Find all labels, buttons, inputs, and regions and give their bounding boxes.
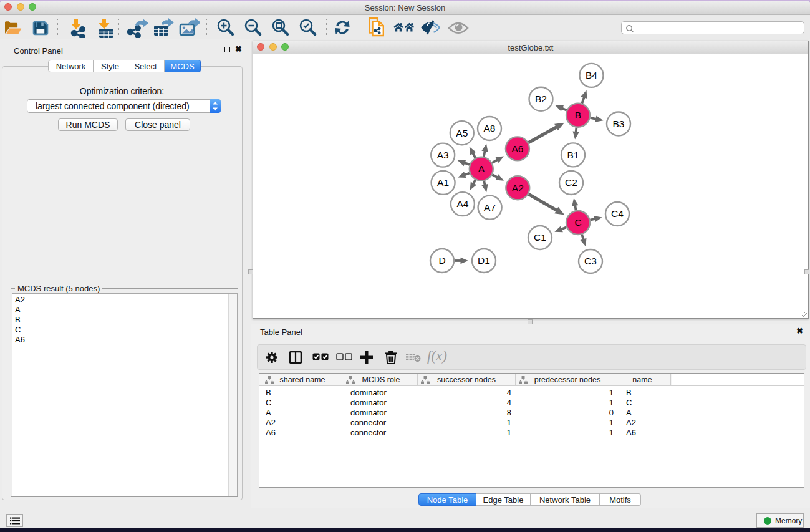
svg-text:D: D [438, 255, 445, 266]
svg-text:C3: C3 [584, 256, 597, 266]
svg-text:B3: B3 [613, 118, 625, 129]
svg-text:C4: C4 [611, 208, 624, 219]
svg-text:A: A [478, 163, 485, 174]
svg-text:C: C [574, 217, 581, 228]
svg-text:C2: C2 [565, 177, 577, 188]
svg-text:A8: A8 [484, 123, 496, 133]
svg-text:A2: A2 [512, 183, 524, 193]
svg-text:A4: A4 [456, 198, 468, 209]
svg-text:A5: A5 [456, 128, 468, 138]
svg-text:D1: D1 [478, 255, 490, 266]
svg-text:B4: B4 [586, 70, 597, 80]
svg-text:A3: A3 [437, 150, 449, 160]
svg-text:A6: A6 [511, 143, 523, 154]
svg-text:C1: C1 [534, 232, 546, 243]
svg-text:B: B [575, 110, 581, 120]
svg-text:A7: A7 [484, 202, 496, 213]
svg-text:B2: B2 [535, 94, 547, 104]
svg-text:B1: B1 [567, 150, 579, 160]
svg-text:A1: A1 [437, 177, 449, 188]
